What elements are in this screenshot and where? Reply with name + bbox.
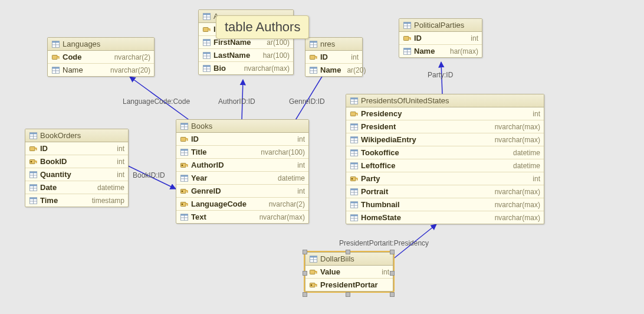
table-title: nres (320, 40, 359, 48)
table-icon (202, 12, 211, 21)
svg-rect-66 (34, 161, 37, 162)
column-type: nvarchar(max) (491, 123, 540, 131)
table-title: PresidentsOfUnitedStates (361, 96, 540, 105)
table-header[interactable]: Books (176, 120, 308, 133)
column-name: President (361, 122, 489, 131)
column-type: datetime (510, 162, 540, 170)
table-languages[interactable]: Languages Codenvarchar(2)Namenvarchar(20… (47, 37, 155, 77)
column-row[interactable]: GenreIDint (176, 185, 308, 198)
column-row[interactable]: Namenvarchar(20) (48, 64, 154, 76)
table-icon (180, 122, 189, 130)
column-row[interactable]: Codenvarchar(2) (48, 51, 154, 64)
resize-handle[interactable] (303, 271, 307, 276)
table-header[interactable]: PoliticalParties (399, 19, 482, 32)
column-row[interactable]: PresidentPortar (305, 279, 393, 291)
resize-handle[interactable] (346, 250, 350, 254)
resize-handle[interactable] (390, 271, 395, 276)
table-title: BookOrders (40, 131, 124, 140)
column-row[interactable]: Tookofficedatetime (346, 146, 544, 159)
table-header[interactable]: Languages (48, 38, 154, 51)
svg-rect-41 (314, 56, 317, 57)
table-dollarbills[interactable]: DollarBiils ValueintPresidentPortar (305, 252, 393, 292)
table-title: PoliticalParties (414, 21, 478, 30)
column-type: int (113, 171, 124, 179)
table-header[interactable]: nres (305, 38, 362, 51)
column-row[interactable]: Bionvarchar(max) (199, 62, 293, 74)
column-type: datetime (274, 174, 305, 182)
svg-point-95 (182, 164, 183, 166)
column-row[interactable]: Valueint (305, 266, 393, 279)
column-row[interactable]: HomeStatenvarchar(max) (346, 211, 544, 224)
fk-icon (309, 281, 318, 289)
column-row[interactable]: IDint (176, 133, 308, 146)
column-name: Quantity (40, 170, 111, 179)
column-row[interactable]: Thumbnailnvarchar(max) (346, 198, 544, 211)
pk-icon (309, 53, 318, 61)
svg-rect-64 (36, 149, 37, 151)
column-row[interactable]: Textnvarchar(max) (176, 211, 308, 223)
pk-icon (350, 110, 359, 118)
table-genres[interactable]: nres IDintNamear(20) (305, 37, 363, 77)
column-row[interactable]: Timetimestamp (25, 194, 128, 207)
column-row[interactable]: Namehar(max) (399, 45, 482, 57)
column-row[interactable]: BookIDint (25, 155, 128, 168)
svg-rect-105 (185, 203, 188, 204)
table-politicalparties[interactable]: PoliticalParties IDintNamehar(max) (399, 18, 482, 58)
column-row[interactable]: Quantityint (25, 168, 128, 181)
table-header[interactable]: BookOrders (25, 129, 128, 142)
fk-icon (350, 175, 359, 183)
svg-rect-22 (208, 28, 210, 30)
column-row[interactable]: IDint (399, 32, 482, 45)
column-name: Time (40, 196, 86, 205)
svg-rect-157 (316, 272, 317, 274)
column-row[interactable]: Datedatetime (25, 181, 128, 194)
column-type: nvarchar(100) (257, 148, 305, 156)
column-type: int (529, 110, 540, 118)
column-row[interactable]: Namear(20) (305, 64, 362, 76)
column-type: nvarchar(2) (265, 200, 305, 208)
table-presidents[interactable]: PresidentsOfUnitedStates PresidencyintPr… (346, 94, 544, 224)
column-name: ID (191, 135, 291, 143)
svg-rect-51 (403, 36, 409, 40)
er-diagram-canvas[interactable]: LanguageCode:Code AuthorID:ID GenreID:ID… (0, 0, 644, 314)
resize-handle[interactable] (346, 292, 350, 297)
column-row[interactable]: Presidentnvarchar(max) (346, 120, 544, 133)
column-row[interactable]: Presidencyint (346, 107, 544, 120)
table-books[interactable]: Books IDintTitlenvarchar(100)AuthorIDint… (176, 119, 309, 224)
table-header[interactable]: DollarBiils (305, 253, 393, 266)
column-row[interactable]: LanguageCodenvarchar(2) (176, 198, 308, 211)
relation-label: LanguageCode:Code (123, 97, 190, 106)
column-row[interactable]: Portraitnvarchar(max) (346, 185, 544, 198)
svg-rect-67 (36, 162, 37, 163)
column-icon (350, 136, 359, 144)
column-name: LastName (213, 51, 257, 60)
fk-icon (29, 158, 38, 166)
column-name: Bio (213, 64, 238, 73)
column-icon (350, 123, 359, 131)
column-row[interactable]: LastNamehar(100) (199, 49, 293, 62)
tooltip: table Authors (216, 15, 309, 39)
column-row[interactable]: AuthorIDint (176, 159, 308, 172)
column-row[interactable]: Yeardatetime (176, 172, 308, 185)
relation-label: PresidentPortarit:Presidency (339, 239, 429, 247)
resize-handle[interactable] (303, 292, 307, 297)
column-row[interactable]: Leftofficedatetime (346, 159, 544, 172)
column-type: int (347, 53, 359, 61)
column-type: timestamp (88, 197, 124, 205)
column-row[interactable]: IDint (25, 142, 128, 155)
column-row[interactable]: Titlenvarchar(100) (176, 146, 308, 159)
resize-handle[interactable] (390, 250, 395, 254)
table-header[interactable]: PresidentsOfUnitedStates (346, 94, 544, 107)
column-name: Date (40, 183, 91, 192)
column-icon (309, 66, 318, 74)
svg-rect-21 (203, 27, 208, 31)
column-row[interactable]: Partyint (346, 172, 544, 185)
column-row[interactable]: IDint (305, 51, 362, 64)
resize-handle[interactable] (390, 292, 395, 297)
table-bookorders[interactable]: BookOrders IDintBookIDintQuantityintDate… (25, 129, 129, 207)
column-name: ID (40, 144, 111, 153)
column-row[interactable]: WikipediaEntrynvarchar(max) (346, 133, 544, 146)
table-icon (29, 132, 38, 140)
resize-handle[interactable] (303, 250, 307, 254)
svg-rect-63 (34, 148, 37, 149)
